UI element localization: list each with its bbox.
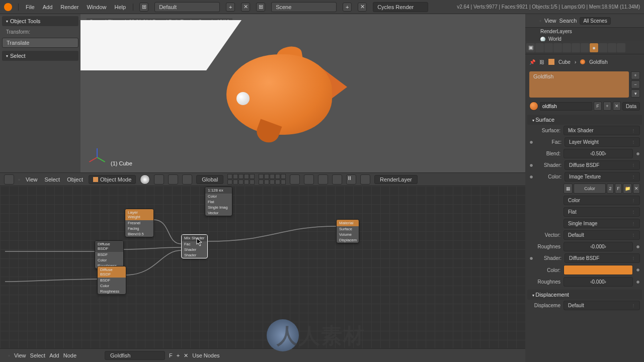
fac-dropdown[interactable]: Layer Weight [565, 137, 640, 147]
material-slot[interactable]: Goldfish [529, 71, 629, 98]
node-editor[interactable]: 1:128 ex Color Flat Single Imag Vector L… [0, 186, 525, 348]
render-engine-dropdown[interactable]: Cycles Render [373, 2, 428, 12]
node-diffuse-1[interactable]: Diffuse BSDF BSDF Color Roughness [95, 240, 124, 269]
outliner-item-renderlayers[interactable]: RenderLayers [525, 28, 644, 35]
image-name-field[interactable]: Color [574, 184, 606, 194]
tab-render[interactable]: ▣ [526, 43, 535, 52]
f-button[interactable]: F [169, 352, 173, 358]
object-tools-header[interactable]: Object Tools [2, 16, 78, 26]
socket-dot[interactable] [529, 163, 533, 167]
unlink-material-button[interactable]: ✕ [613, 102, 621, 111]
menu-file[interactable]: File [25, 2, 36, 12]
menu-render[interactable]: Render [59, 2, 79, 12]
node-mix-shader[interactable]: Mix Shader Fac Shader Shader [181, 234, 208, 258]
fake-user-button[interactable]: F [594, 102, 602, 111]
color1-dropdown[interactable]: Image Texture [565, 172, 640, 182]
snap-icon[interactable] [290, 174, 300, 185]
outliner-item-world[interactable]: World [525, 35, 644, 41]
shader2-dropdown[interactable]: Diffuse BSDF [565, 253, 640, 263]
node-diffuse-2[interactable]: Diffuse BSDF BSDF Color Roughness [97, 266, 126, 295]
mat-menu-button[interactable]: ▾ [631, 89, 640, 98]
outliner-view-menu[interactable]: View [544, 18, 556, 24]
pause-icon[interactable]: ⏸ [346, 174, 356, 185]
source-dropdown[interactable]: Single Image [564, 219, 640, 228]
socket-dot[interactable] [529, 140, 533, 144]
layout-name-field[interactable]: Default [154, 2, 220, 12]
tab-world[interactable] [544, 43, 553, 52]
snap-type-icon[interactable] [304, 174, 314, 185]
node-menu-add[interactable]: Add [49, 352, 59, 358]
outliner-search-menu[interactable]: Search [559, 18, 577, 24]
tab-texture[interactable] [599, 43, 607, 52]
manipulator-icon[interactable] [168, 174, 178, 185]
node-material-output[interactable]: Material Surface Volume Displacem [336, 219, 359, 243]
blend-slider[interactable]: ‹0.500› [564, 149, 633, 158]
mat-add-button[interactable]: + [631, 71, 640, 79]
layout-add-button[interactable]: + [226, 3, 235, 12]
mat-remove-button[interactable]: − [631, 80, 640, 88]
add-mat-button[interactable]: + [177, 352, 180, 358]
node-menu-select[interactable]: Select [30, 352, 46, 358]
colorspace-dropdown[interactable]: Color [564, 196, 640, 205]
menu-help[interactable]: Help [114, 2, 127, 12]
layout-browse-button[interactable]: ⊞ [139, 3, 148, 12]
outliner-filter-dropdown[interactable]: All Scenes [580, 17, 610, 25]
breadcrumb-mat[interactable]: Goldfish [589, 59, 608, 65]
vector-dropdown[interactable]: Default [564, 230, 640, 240]
image-f-button[interactable]: F [615, 184, 622, 194]
socket-dot[interactable] [529, 175, 533, 179]
shading-icon[interactable] [140, 174, 150, 185]
tab-particles[interactable] [608, 43, 616, 52]
color2-swatch[interactable] [564, 265, 633, 275]
menu-add[interactable]: Add [42, 2, 54, 12]
node-menu-view[interactable]: View [14, 352, 26, 358]
layout-close-button[interactable]: ✕ [241, 3, 250, 12]
socket-dot[interactable] [529, 256, 533, 260]
scene-add-button[interactable]: + [343, 3, 352, 12]
menu-window[interactable]: Window [86, 2, 107, 12]
del-mat-button[interactable]: ✕ [184, 352, 188, 359]
tab-data[interactable] [581, 43, 589, 52]
layer-grid[interactable] [227, 174, 255, 185]
node-image-texture[interactable]: 1:128 ex Color Flat Single Imag Vector [205, 187, 232, 216]
image-open-button[interactable]: 📁 [623, 184, 632, 194]
scene-name-field[interactable]: Scene [271, 2, 337, 12]
scene-close-button[interactable]: ✕ [358, 3, 367, 12]
image-unlink-button[interactable]: ✕ [633, 184, 640, 194]
tab-material[interactable]: ● [590, 43, 598, 52]
shader1-dropdown[interactable]: Diffuse BSDF [565, 160, 640, 170]
view3d-menu-view[interactable]: View [24, 175, 39, 184]
displacement-section-header[interactable]: Displacement [527, 290, 642, 300]
view3d-menu-object[interactable]: Object [65, 175, 85, 184]
roughness1-slider[interactable]: ‹0.000› [564, 242, 633, 251]
renderlayer-dropdown[interactable]: RenderLayer [374, 175, 418, 184]
scene-browse-button[interactable]: ⊞ [256, 3, 265, 12]
camera-icon[interactable] [332, 174, 342, 185]
material-name-input[interactable] [540, 102, 592, 111]
slot-icon[interactable] [360, 174, 370, 185]
node-menu-node[interactable]: Node [63, 352, 76, 358]
surface-dropdown[interactable]: Mix Shader [564, 126, 640, 135]
breadcrumb-obj[interactable]: Cube [558, 59, 571, 65]
material-name-field[interactable]: Goldfish [105, 351, 165, 360]
select-header[interactable]: Select [2, 51, 78, 61]
tab-physics[interactable] [617, 43, 625, 52]
3d-viewport[interactable]: Scene | Elapsed: 00:01.21 | Done | Path … [80, 14, 525, 172]
data-link-dropdown[interactable]: Data [622, 102, 640, 111]
layer-grid-2[interactable] [259, 174, 286, 185]
pin-icon[interactable]: 📌 [529, 59, 535, 65]
material-preview-icon[interactable] [529, 102, 538, 111]
projection-dropdown[interactable]: Flat [564, 207, 640, 217]
outliner-type-icon[interactable] [528, 17, 536, 25]
render-icon[interactable] [318, 174, 328, 185]
tab-constraints[interactable] [562, 43, 571, 52]
axis-icon[interactable] [182, 174, 192, 185]
roughness2-slider[interactable]: ‹0.000› [564, 277, 633, 287]
displacement-dropdown[interactable]: Default [564, 301, 640, 310]
tab-object[interactable] [553, 43, 562, 52]
tab-modifiers[interactable] [572, 43, 580, 52]
use-nodes-checkbox[interactable]: Use Nodes [192, 352, 219, 358]
pivot-icon[interactable] [154, 174, 164, 185]
node-layer-weight[interactable]: Layer Weight Fresnel Facing Blend:0.5 [125, 209, 154, 237]
mode-dropdown[interactable]: Object Mode [89, 175, 136, 184]
